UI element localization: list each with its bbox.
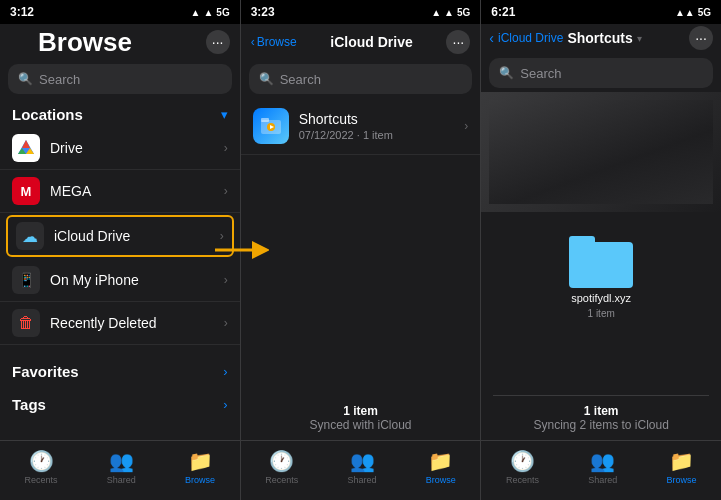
tags-chevron[interactable]: ›: [223, 397, 227, 412]
locations-chevron[interactable]: ▾: [221, 107, 228, 122]
signal-icon-3: ▲▲: [675, 7, 695, 18]
tab-recents-1[interactable]: 🕐 Recents: [25, 449, 58, 485]
list-item-phone[interactable]: 📱 On My iPhone ›: [0, 259, 240, 302]
phone-label: On My iPhone: [50, 272, 224, 288]
more-button-3[interactable]: ···: [689, 26, 713, 50]
recents-label-3: Recents: [506, 475, 539, 485]
trash-chevron: ›: [224, 316, 228, 330]
folder-item-name: spotifydl.xyz: [571, 292, 631, 304]
tab-shared-3[interactable]: 👥 Shared: [588, 449, 617, 485]
search-icon-1: 🔍: [18, 72, 33, 86]
search-bar-3[interactable]: 🔍 Search: [489, 58, 713, 88]
more-button-1[interactable]: ···: [206, 30, 230, 54]
status-bar-2: 3:23 ▲ ▲ 5G: [241, 0, 481, 24]
locations-header: Locations ▾: [0, 98, 240, 127]
folder-big-icon: [569, 236, 633, 288]
status-bar-1: 3:12 ▲ ▲ 5G: [0, 0, 240, 24]
recents-label-2: Recents: [265, 475, 298, 485]
back-chevron-2: ‹: [251, 35, 255, 49]
arrow-svg: [213, 239, 269, 261]
thumbnail-content: [481, 92, 721, 212]
sync-status-3: Syncing 2 items to iCloud: [533, 418, 668, 432]
panel-browse: 3:12 ▲ ▲ 5G Browse ··· 🔍 Search Location…: [0, 0, 241, 500]
tab-browse-2[interactable]: 📁 Browse: [426, 449, 456, 485]
more-button-2[interactable]: ···: [446, 30, 470, 54]
recents-icon-2: 🕐: [269, 449, 294, 473]
breadcrumb-dropdown[interactable]: ▾: [637, 33, 642, 44]
icloud-label: iCloud Drive: [54, 228, 220, 244]
icloud-icon: ☁: [16, 222, 44, 250]
folder-item-spotifydl[interactable]: spotifydl.xyz 1 item: [561, 228, 641, 327]
content-2: Shortcuts 07/12/2022 · 1 item ›: [241, 98, 481, 396]
search-bar-1[interactable]: 🔍 Search: [8, 64, 232, 94]
shared-label-1: Shared: [107, 475, 136, 485]
status-icons-1: ▲ ▲ 5G: [191, 7, 230, 18]
tab-browse-1[interactable]: 📁 Browse: [185, 449, 215, 485]
back-button-2[interactable]: ‹ Browse: [251, 35, 297, 49]
favorites-chevron[interactable]: ›: [223, 364, 227, 379]
shared-icon-2: 👥: [350, 449, 375, 473]
mega-chevron: ›: [224, 184, 228, 198]
bottom-status-2: 1 item Synced with iCloud: [241, 396, 481, 440]
bottom-status-3: 1 item Syncing 2 items to iCloud: [481, 396, 721, 440]
recents-icon-3: 🕐: [510, 449, 535, 473]
item-count-3: 1 item: [489, 404, 713, 418]
status-icons-2: ▲ ▲ 5G: [431, 7, 470, 18]
content-3: spotifydl.xyz 1 item: [481, 212, 721, 395]
shortcuts-info: Shortcuts 07/12/2022 · 1 item: [299, 111, 465, 141]
tab-shared-2[interactable]: 👥 Shared: [347, 449, 376, 485]
trash-label: Recently Deleted: [50, 315, 224, 331]
tab-bar-3: 🕐 Recents 👥 Shared 📁 Browse: [481, 440, 721, 500]
item-count-2: 1 item: [249, 404, 473, 418]
tab-bar-2: 🕐 Recents 👥 Shared 📁 Browse: [241, 440, 481, 500]
browse-label-1: Browse: [185, 475, 215, 485]
time-2: 3:23: [251, 5, 275, 19]
tab-bar-1: 🕐 Recents 👥 Shared 📁 Browse: [0, 440, 240, 500]
phone-chevron: ›: [224, 273, 228, 287]
signal-icon: ▲: [191, 7, 201, 18]
search-icon-3: 🔍: [499, 66, 514, 80]
trash-icon: 🗑: [12, 309, 40, 337]
nav-bar-1: Browse ···: [0, 24, 240, 60]
locations-title: Locations: [12, 106, 83, 123]
wifi-icon: ▲: [203, 7, 213, 18]
browse-icon-3: 📁: [669, 449, 694, 473]
nav-bar-2: ‹ Browse iCloud Drive ···: [241, 24, 481, 60]
search-icon-2: 🔍: [259, 72, 274, 86]
list-item-icloud[interactable]: ☁ iCloud Drive ›: [6, 215, 234, 257]
list-item-drive[interactable]: Drive ›: [0, 127, 240, 170]
status-bar-3: 6:21 ▲▲ 5G: [481, 0, 721, 24]
shortcuts-name: Shortcuts: [299, 111, 465, 127]
tab-shared-1[interactable]: 👥 Shared: [107, 449, 136, 485]
folder-item-count: 1 item: [588, 308, 615, 319]
browse-label-3: Browse: [666, 475, 696, 485]
phone-icon: 📱: [12, 266, 40, 294]
breadcrumb-back[interactable]: iCloud Drive: [498, 31, 563, 45]
drive-icon: [12, 134, 40, 162]
signal-icon-2: ▲: [431, 7, 441, 18]
svg-marker-3: [22, 140, 30, 148]
recents-icon-1: 🕐: [29, 449, 54, 473]
search-placeholder-3: Search: [520, 66, 561, 81]
list-item-mega[interactable]: M MEGA ›: [0, 170, 240, 213]
tags-title: Tags: [12, 396, 46, 413]
tab-recents-3[interactable]: 🕐 Recents: [506, 449, 539, 485]
folder-body: [569, 242, 633, 288]
folder-shortcuts[interactable]: Shortcuts 07/12/2022 · 1 item ›: [241, 98, 481, 155]
tab-recents-2[interactable]: 🕐 Recents: [265, 449, 298, 485]
mega-icon: M: [12, 177, 40, 205]
arrow-container: [213, 239, 269, 261]
sync-status-2: Synced with iCloud: [309, 418, 411, 432]
search-bar-2[interactable]: 🔍 Search: [249, 64, 473, 94]
nav-title-2: iCloud Drive: [297, 34, 447, 50]
browse-title: Browse: [34, 27, 206, 58]
search-placeholder-2: Search: [280, 72, 321, 87]
panel-shortcuts: 6:21 ▲▲ 5G ‹ iCloud Drive Shortcuts ▾ ··…: [481, 0, 721, 500]
tab-browse-3[interactable]: 📁 Browse: [666, 449, 696, 485]
list-item-trash[interactable]: 🗑 Recently Deleted ›: [0, 302, 240, 345]
drive-chevron: ›: [224, 141, 228, 155]
network-icon: 5G: [216, 7, 229, 18]
shared-label-2: Shared: [347, 475, 376, 485]
content-1: Locations ▾ Drive › M MEGA › ☁: [0, 98, 240, 440]
browse-icon-1: 📁: [188, 449, 213, 473]
